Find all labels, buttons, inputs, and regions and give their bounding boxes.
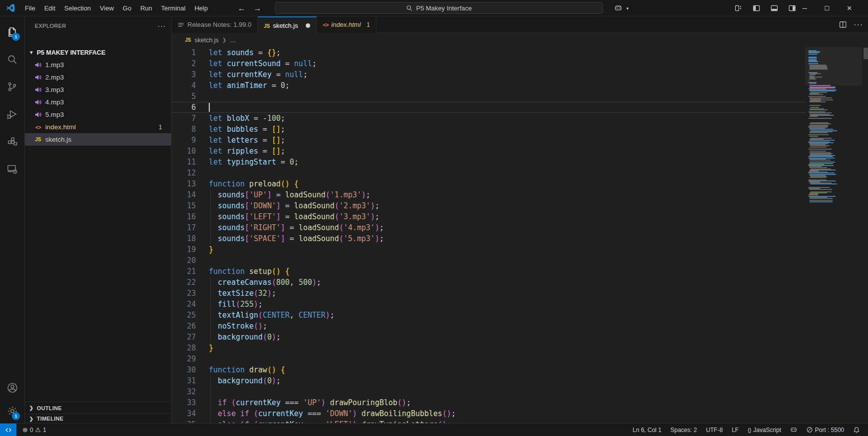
sidebar-section-outline[interactable]: ❯ OUTLINE xyxy=(25,402,171,414)
activity-item-extensions[interactable] xyxy=(0,131,24,151)
problems-status[interactable]: ⊗ 0 ⚠ 1 xyxy=(19,425,49,436)
code-line-29[interactable]: 29 xyxy=(172,353,868,364)
code-line-9[interactable]: 9let letters = []; xyxy=(172,135,868,146)
code-line-12[interactable]: 12 xyxy=(172,168,868,178)
code-line-7[interactable]: 7let blobX = -100; xyxy=(172,113,868,124)
split-editor-icon[interactable] xyxy=(839,21,847,28)
status-indentation[interactable]: Spaces: 2 xyxy=(668,425,700,436)
code-line-3[interactable]: 3let currentKey = null; xyxy=(172,69,868,80)
views-more-actions-icon[interactable]: ··· xyxy=(158,22,166,30)
project-folder-header[interactable]: ▼ P5 MAKEY INTERFACE xyxy=(25,46,171,59)
tab-index-html[interactable]: <>index.html1 xyxy=(317,16,376,33)
code-line-25[interactable]: 25 textAlign(CENTER, CENTER); xyxy=(172,310,868,321)
file-name: 3.mp3 xyxy=(45,86,64,93)
code-line-13[interactable]: 13function preload() { xyxy=(172,178,868,189)
code-line-1[interactable]: 1let sounds = {}; xyxy=(172,47,868,58)
forward-arrow-icon[interactable]: → xyxy=(254,4,261,13)
copilot-menu[interactable]: ▾ xyxy=(610,0,629,16)
code-line-32[interactable]: 32 xyxy=(172,386,868,397)
code-line-33[interactable]: 33 if (currentKey === 'UP') drawPouringB… xyxy=(172,397,868,408)
editor-more-actions-icon[interactable]: ··· xyxy=(854,20,863,29)
customize-layout-icon[interactable] xyxy=(731,2,746,15)
code-line-10[interactable]: 10let ripples = []; xyxy=(172,146,868,157)
code-line-16[interactable]: 16 sounds['LEFT'] = loadSound('3.mp3'); xyxy=(172,211,868,222)
menu-item-file[interactable]: File xyxy=(20,2,40,14)
line-number: 9 xyxy=(172,135,203,146)
status-copilot-status[interactable] xyxy=(787,425,800,436)
breadcrumb-file[interactable]: sketch.js xyxy=(194,37,219,44)
code-line-34[interactable]: 34 else if (currentKey === 'DOWN') drawB… xyxy=(172,408,868,419)
menu-item-selection[interactable]: Selection xyxy=(60,2,95,14)
code-line-35[interactable]: 35 else if (currentKey === 'LEFT') drawT… xyxy=(172,419,868,423)
command-center[interactable]: P5 Makey Interface xyxy=(275,2,603,14)
toggle-panel-icon[interactable] xyxy=(767,2,781,15)
file-name: 2.mp3 xyxy=(45,74,64,81)
code-line-14[interactable]: 14 sounds['UP'] = loadSound('1.mp3'); xyxy=(172,189,868,200)
status-cursor-position[interactable]: Ln 6, Col 1 xyxy=(629,425,664,436)
menu-item-view[interactable]: View xyxy=(95,2,118,14)
code-line-6[interactable]: 6 xyxy=(172,102,868,113)
menu-item-help[interactable]: Help xyxy=(190,2,212,14)
code-line-17[interactable]: 17 sounds['RIGHT'] = loadSound('4.mp3'); xyxy=(172,222,868,233)
breadcrumb-more[interactable]: … xyxy=(230,37,236,44)
file-row-3.mp3[interactable]: 3.mp3 xyxy=(25,84,171,96)
code-line-15[interactable]: 15 sounds['DOWN'] = loadSound('2.mp3'); xyxy=(172,200,868,211)
file-row-sketch.js[interactable]: JSsketch.js xyxy=(25,133,171,146)
status-eol[interactable]: LF xyxy=(729,425,742,436)
code-line-18[interactable]: 18 sounds['SPACE'] = loadSound('5.mp3'); xyxy=(172,233,868,244)
activity-item-remote-explorer[interactable] xyxy=(0,159,24,178)
toggle-primary-sidebar-icon[interactable] xyxy=(749,2,764,15)
code-line-30[interactable]: 30function draw() { xyxy=(172,364,868,375)
file-name: index.html xyxy=(45,123,76,131)
code-line-23[interactable]: 23 textSize(32); xyxy=(172,288,868,299)
file-row-1.mp3[interactable]: 1.mp3 xyxy=(25,59,171,71)
code-line-20[interactable]: 20 xyxy=(172,255,868,266)
minimize-button[interactable]: ─ xyxy=(793,0,816,16)
status-notifications[interactable] xyxy=(850,425,863,436)
menu-item-edit[interactable]: Edit xyxy=(40,2,60,14)
code-line-11[interactable]: 11let typingStart = 0; xyxy=(172,157,868,168)
menu-item-terminal[interactable]: Terminal xyxy=(157,2,190,14)
code-line-21[interactable]: 21function setup() { xyxy=(172,266,868,277)
remote-indicator[interactable] xyxy=(0,424,16,436)
code-line-31[interactable]: 31 background(0); xyxy=(172,375,868,386)
line-number: 11 xyxy=(172,157,203,168)
menu-bar: FileEditSelectionViewGoRunTerminalHelp xyxy=(20,2,212,14)
activity-item-search[interactable] xyxy=(0,49,24,69)
status-live-server-port[interactable]: Port : 5500 xyxy=(803,425,847,436)
code-line-5[interactable]: 5 xyxy=(172,91,868,102)
code-line-19[interactable]: 19} xyxy=(172,244,868,255)
unsaved-dot-icon[interactable] xyxy=(306,23,310,28)
back-arrow-icon[interactable]: ← xyxy=(238,4,246,13)
file-row-index.html[interactable]: <>index.html1 xyxy=(25,121,171,133)
file-row-4.mp3[interactable]: 4.mp3 xyxy=(25,96,171,108)
activity-item-explorer[interactable]: 1 xyxy=(0,22,24,42)
code-line-8[interactable]: 8let bubbles = []; xyxy=(172,124,868,135)
activity-item-account[interactable] xyxy=(0,378,24,398)
menu-item-go[interactable]: Go xyxy=(118,2,136,14)
activity-item-run-debug[interactable] xyxy=(0,104,24,124)
activity-item-source-control[interactable] xyxy=(0,77,24,96)
code-line-24[interactable]: 24 fill(255); xyxy=(172,299,868,310)
activity-item-settings[interactable]: 1 xyxy=(0,401,24,421)
bell-icon xyxy=(853,427,860,434)
maximize-button[interactable]: ☐ xyxy=(816,0,838,16)
copilot-icon xyxy=(610,2,625,15)
file-row-5.mp3[interactable]: 5.mp3 xyxy=(25,108,171,121)
menu-item-run[interactable]: Run xyxy=(136,2,157,14)
code-line-22[interactable]: 22 createCanvas(800, 500); xyxy=(172,277,868,288)
status-encoding[interactable]: UTF-8 xyxy=(703,425,726,436)
status-language-mode[interactable]: {}JavaScript xyxy=(745,425,784,436)
circle-slash-icon xyxy=(806,427,813,433)
code-line-2[interactable]: 2let currentSound = null; xyxy=(172,58,868,69)
sidebar-section-timeline[interactable]: ❯ TIMELINE xyxy=(25,414,171,423)
code-editor[interactable]: 1let sounds = {};2let currentSound = nul… xyxy=(172,47,868,423)
tab-sketch-js[interactable]: JSsketch.js xyxy=(258,16,317,33)
code-line-26[interactable]: 26 noStroke(); xyxy=(172,321,868,332)
close-button[interactable]: ✕ xyxy=(838,0,861,16)
code-line-27[interactable]: 27 background(0); xyxy=(172,332,868,343)
code-line-28[interactable]: 28} xyxy=(172,343,868,353)
code-line-4[interactable]: 4let animTimer = 0; xyxy=(172,80,868,91)
tab-release-notes-1-99-0[interactable]: Release Notes: 1.99.0 xyxy=(172,16,258,33)
file-row-2.mp3[interactable]: 2.mp3 xyxy=(25,71,171,84)
